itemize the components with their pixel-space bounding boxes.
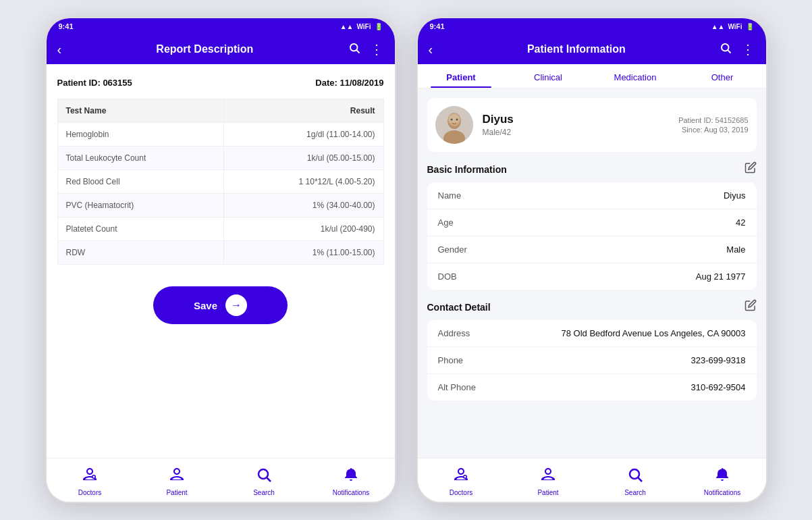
svg-point-7 [722, 44, 729, 51]
patient-header: Patient ID: 063155 Date: 11/08/2019 [57, 78, 384, 88]
patient-id-block: Patient ID: 54152685 Since: Aug 03, 2019 [678, 116, 748, 134]
info-row: GenderMale [427, 236, 757, 263]
nav-notifications-2[interactable]: Notifications [679, 464, 766, 499]
col-test-name: Test Name [57, 99, 223, 123]
table-row: Platetet Count1k/ul (200-490) [57, 217, 383, 241]
more-icon-1[interactable]: ⋮ [370, 41, 384, 57]
info-label: Age [438, 217, 454, 228]
search-icon-nav-2 [627, 467, 643, 487]
nav-bar-1: ‹ Report Description ⋮ [47, 34, 395, 64]
contact-edit-icon[interactable] [745, 299, 757, 315]
table-cell: 1% (11.00-15.00) [223, 241, 383, 265]
info-value: Aug 21 1977 [696, 271, 746, 282]
nav-doctors-1[interactable]: Doctors [47, 464, 134, 499]
table-row: Red Blood Cell1 10*12/L (4.00-5.20) [57, 170, 383, 194]
nav-doctors-2[interactable]: Doctors [418, 464, 505, 499]
phone-1: 9:41 ▲▲ WiFi 🔋 ‹ Report Description ⋮ Pa… [45, 17, 396, 503]
info-value: 42 [736, 217, 745, 228]
info-row: Alt Phone310-692-9504 [427, 374, 757, 400]
nav-title-1: Report Description [156, 43, 253, 55]
tab-patient[interactable]: Patient [418, 64, 505, 88]
basic-info-edit-icon[interactable] [745, 161, 757, 177]
nav-actions-2: ⋮ [720, 41, 755, 57]
svg-point-0 [350, 44, 358, 51]
info-row: Address78 Old Bedford Avenue Los Angeles… [427, 320, 757, 347]
nav-label-search-2: Search [624, 489, 646, 496]
info-label: Alt Phone [438, 382, 476, 392]
tab-clinical[interactable]: Clinical [505, 64, 592, 88]
nav-bar-2: ‹ Patient Information ⋮ [418, 34, 766, 64]
svg-line-20 [639, 478, 643, 482]
table-cell: Red Blood Cell [57, 170, 223, 194]
tab-other[interactable]: Other [679, 64, 766, 88]
table-cell: Hemoglobin [57, 123, 223, 147]
search-icon-2[interactable] [720, 42, 732, 57]
table-cell: RDW [57, 241, 223, 265]
nav-label-doctors-1: Doctors [78, 489, 101, 496]
basic-info-title: Basic Information [427, 164, 507, 175]
nav-patient-1[interactable]: Patient [134, 464, 221, 499]
save-button[interactable]: Save → [153, 286, 288, 324]
back-button-1[interactable]: ‹ [57, 42, 62, 57]
nav-notifications-1[interactable]: Notifications [308, 464, 395, 499]
table-row: PVC (Heamatocrit)1% (34.00-40.00) [57, 194, 383, 217]
nav-title-2: Patient Information [527, 43, 626, 55]
contact-detail-section: Contact Detail Address78 Old Bedford Ave… [427, 299, 757, 400]
nav-label-notifications-2: Notifications [704, 489, 740, 496]
table-cell: Platetet Count [57, 217, 223, 241]
nav-patient-2[interactable]: Patient [505, 464, 592, 499]
nav-actions-1: ⋮ [348, 41, 384, 57]
contact-detail-title: Contact Detail [427, 302, 491, 313]
tab-medication[interactable]: Medication [592, 64, 679, 88]
search-icon-1[interactable] [348, 42, 360, 57]
nav-search-2[interactable]: Search [592, 464, 679, 499]
nav-label-search-1: Search [253, 489, 275, 496]
info-row: DOBAug 21 1977 [427, 263, 757, 290]
contact-detail-header: Contact Detail [427, 299, 757, 315]
table-cell: PVC (Heamatocrit) [57, 194, 223, 217]
nav-label-doctors-2: Doctors [450, 489, 472, 496]
patient-gender-age: Male/42 [483, 128, 670, 137]
svg-line-8 [728, 50, 731, 53]
save-btn-row: Save → [57, 286, 384, 324]
contact-detail-card: Address78 Old Bedford Avenue Los Angeles… [427, 320, 757, 400]
patient-info-content: Diyus Male/42 Patient ID: 54152685 Since… [418, 88, 766, 458]
patient-name-block: Diyus Male/42 [483, 113, 670, 137]
more-icon-2[interactable]: ⋮ [741, 41, 755, 57]
basic-info-section: Basic Information NameDiyusAge42GenderMa… [427, 161, 757, 290]
patient-pid: Patient ID: 54152685 [678, 116, 748, 124]
info-value: Diyus [724, 190, 746, 201]
nav-search-1[interactable]: Search [221, 464, 308, 499]
svg-point-5 [259, 469, 268, 479]
patient-id: Patient ID: 063155 [57, 78, 132, 88]
svg-line-1 [356, 50, 359, 53]
info-row: Age42 [427, 209, 757, 236]
bell-icon-1 [343, 467, 359, 487]
info-label: Name [438, 190, 462, 201]
report-table: Test Name Result Hemoglobin1g/dl (11.00-… [57, 99, 384, 265]
svg-line-6 [267, 478, 271, 482]
info-value: 310-692-9504 [691, 382, 746, 392]
arrow-icon: → [231, 299, 242, 311]
svg-point-15 [456, 119, 458, 121]
basic-info-header: Basic Information [427, 161, 757, 177]
patient-avatar [435, 106, 473, 144]
info-label: Phone [438, 355, 464, 365]
info-row: NameDiyus [427, 182, 757, 209]
status-icons-2: ▲▲ WiFi 🔋 [711, 23, 754, 30]
col-result: Result [223, 99, 383, 123]
svg-point-14 [450, 119, 452, 121]
info-value: 323-699-9318 [691, 355, 746, 365]
save-label: Save [194, 300, 217, 311]
basic-info-card: NameDiyusAge42GenderMaleDOBAug 21 1977 [427, 182, 757, 290]
report-date: Date: 11/08/2019 [315, 78, 383, 88]
status-time-1: 9:41 [59, 22, 74, 30]
table-cell: 1 10*12/L (4.00-5.20) [223, 170, 383, 194]
doctors-icon-2 [453, 467, 469, 487]
phone-2: 9:41 ▲▲ WiFi 🔋 ‹ Patient Information ⋮ P… [416, 17, 767, 503]
patient-icon-1 [169, 467, 185, 487]
doctors-icon-1 [82, 467, 98, 487]
patient-since: Since: Aug 03, 2019 [678, 126, 748, 134]
back-button-2[interactable]: ‹ [429, 42, 433, 57]
search-icon-nav-1 [256, 467, 272, 487]
